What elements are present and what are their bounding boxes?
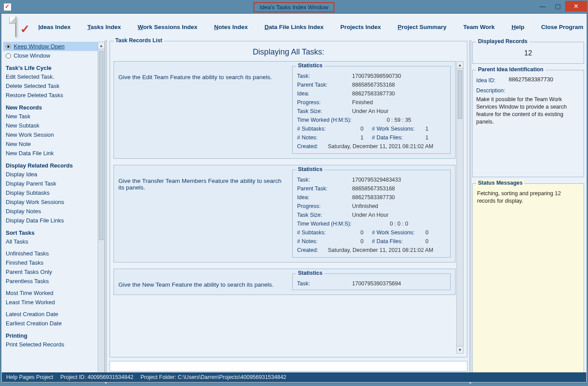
link-new-subtask[interactable]: New Subtask <box>3 121 105 130</box>
menu-data-file-links-index[interactable]: Data File Links Index <box>265 24 323 30</box>
menu-notes-index[interactable]: Notes Index <box>214 24 248 30</box>
close-button[interactable]: ✕ <box>565 1 587 11</box>
link-display-notes[interactable]: Display Notes <box>3 207 105 216</box>
task-description: Give the Transfer Team Members Feature t… <box>118 170 288 258</box>
menubar: Ideas Index Tasks Index Work Sessions In… <box>1 14 587 40</box>
link-delete-selected-task[interactable]: Delete Selected Task <box>3 81 105 91</box>
task-card[interactable]: Give the New Team Feature the ability to… <box>114 269 456 295</box>
link-display-idea[interactable]: Display Idea <box>3 170 105 179</box>
radio-label: Close Window <box>14 52 50 59</box>
stat-val-notes: 0 <box>352 238 372 244</box>
link-new-data-file-link[interactable]: New Data File Link <box>3 149 105 158</box>
stat-key-subtasks: # Subtasks: <box>297 126 352 132</box>
app-window: Idea's Tasks Index Window — ▢ ✕ Ideas In… <box>0 0 588 386</box>
menu-team-work[interactable]: Team Work <box>463 24 495 30</box>
link-new-work-session[interactable]: New Work Session <box>3 130 105 139</box>
link-least-time-worked[interactable]: Least Time Worked <box>3 298 105 307</box>
stat-key-data-files: # Data Files: <box>372 135 418 141</box>
stat-key-created: Created: <box>297 247 323 253</box>
stat-key-progress: Progress: <box>297 99 352 106</box>
section-display-related-title: Display Related Records <box>3 158 105 170</box>
statusbar: Help Pages Project Project ID: 400956931… <box>2 372 586 382</box>
link-finished-tasks[interactable]: Finished Tasks <box>3 258 105 267</box>
scroll-down-icon[interactable]: ▼ <box>457 346 463 353</box>
link-restore-deleted-tasks[interactable]: Restore Deleted Tasks <box>3 91 105 100</box>
stat-key-notes: # Notes: <box>297 135 352 141</box>
stat-val-notes: 1 <box>352 135 372 141</box>
link-earliest-creation-date[interactable]: Earliest Creation Date <box>3 319 105 328</box>
link-most-time-worked[interactable]: Most Time Worked <box>3 288 105 298</box>
link-new-task[interactable]: New Task <box>3 112 105 121</box>
titlebar: Idea's Tasks Index Window — ▢ ✕ <box>1 1 587 13</box>
menu-ideas-index[interactable]: Ideas Index <box>38 24 71 30</box>
task-statistics: Statistics Task:1700795329483433 Parent … <box>292 170 451 258</box>
link-parentless-tasks[interactable]: Parentless Tasks <box>3 277 105 286</box>
section-sort-tasks-title: Sort Tasks <box>3 225 105 237</box>
task-records-legend: Task Records List <box>114 37 164 44</box>
link-edit-selected-task[interactable]: Edit Selected Task. <box>3 72 105 81</box>
scroll-thumb[interactable] <box>458 70 462 119</box>
stat-key-progress: Progress: <box>297 203 352 209</box>
stat-val-created: Saturday, December 11, 2021 08:21:02 AM <box>323 247 434 253</box>
idea-desc-value: Make it possible for the Team Work Servi… <box>476 95 580 126</box>
stat-val-work-sessions: 1 <box>418 126 436 132</box>
link-display-data-file-links[interactable]: Display Data File Links <box>3 216 105 225</box>
stat-key-idea: Idea: <box>297 91 352 97</box>
link-new-note[interactable]: New Note <box>3 139 105 149</box>
search-input[interactable] <box>110 361 467 371</box>
parent-idea-box: Parent Idea Identification Idea ID: 8862… <box>472 70 584 177</box>
task-description: Give the New Team Feature the ability to… <box>118 273 288 290</box>
stat-val-data-files: 0 <box>418 238 436 244</box>
scroll-up-icon[interactable]: ▲ <box>98 42 104 49</box>
app-logo-icon <box>15 17 16 37</box>
displayed-records-legend: Displayed Records <box>476 38 529 44</box>
idea-id-label: Idea ID: <box>476 76 496 85</box>
link-display-parent-task[interactable]: Display Parent Task <box>3 179 105 188</box>
left-panel: Keep Window Open Close Window Task's Lif… <box>1 40 105 383</box>
stat-key-time-worked: Time Worked (H:M:S): <box>297 221 352 227</box>
maximize-button[interactable]: ▢ <box>550 1 565 11</box>
stat-key-notes: # Notes: <box>297 238 352 244</box>
menu-projects-index[interactable]: Projects Index <box>340 24 381 30</box>
task-card[interactable]: Give the Edit Team Feature the ability t… <box>114 61 456 159</box>
link-latest-creation-date[interactable]: Latest Creation Date <box>3 310 105 319</box>
radio-close-window[interactable]: Close Window <box>3 51 105 60</box>
link-all-tasks[interactable]: All Tasks <box>3 237 105 246</box>
menu-tasks-index[interactable]: Tasks Index <box>88 24 121 30</box>
link-print-selected-records[interactable]: Print Selected Records <box>3 340 105 349</box>
scroll-up-icon[interactable]: ▲ <box>457 62 463 69</box>
stat-val-subtasks: 0 <box>352 126 372 132</box>
stat-val-task-size: Under An Hour <box>352 108 389 114</box>
task-description: Give the Edit Team Feature the ability t… <box>118 66 288 154</box>
menu-items: Ideas Index Tasks Index Work Sessions In… <box>38 24 583 30</box>
menu-help[interactable]: Help <box>511 24 524 30</box>
stat-key-created: Created: <box>297 143 323 149</box>
stat-key-parent-task: Parent Task: <box>297 186 352 192</box>
menu-work-sessions-index[interactable]: Work Sessions Index <box>138 24 198 30</box>
link-unfinished-tasks[interactable]: Unfinished Tasks <box>3 249 105 258</box>
scroll-thumb[interactable] <box>99 51 103 240</box>
task-statistics: Statistics Task:1700795390375694 <box>292 273 451 290</box>
task-records-fieldset: Task Records List Displaying All Tasks: … <box>110 41 467 357</box>
task-statistics: Statistics Task:1700795398590730 Parent … <box>292 66 451 154</box>
stat-val-work-sessions: 0 <box>418 229 436 236</box>
link-display-subtasks[interactable]: Display Subtasks <box>3 188 105 197</box>
stat-key-task-size: Task Size: <box>297 212 352 218</box>
minimize-button[interactable]: — <box>535 1 550 11</box>
link-display-work-sessions[interactable]: Display Work Sessions <box>3 197 105 207</box>
stat-key-work-sessions: # Work Sessions: <box>372 126 418 132</box>
stat-key-parent-task: Parent Task: <box>297 82 352 88</box>
content-row: Keep Window Open Close Window Task's Lif… <box>1 40 587 383</box>
tasks-scrollbar[interactable]: ▲ ▼ <box>456 61 463 353</box>
window-controls: — ▢ ✕ <box>535 1 587 11</box>
link-parent-tasks-only[interactable]: Parent Tasks Only <box>3 267 105 277</box>
status-message: Fetching, sorting and preparing 12 recor… <box>476 188 580 207</box>
idea-id-value: 88627583387730 <box>509 76 553 85</box>
menu-close-program[interactable]: Close Program <box>541 24 583 30</box>
left-scrollbar[interactable]: ▲ ▼ <box>98 42 105 382</box>
status-help-project[interactable]: Help Pages Project <box>6 374 53 380</box>
task-card[interactable]: Give the Transfer Team Members Feature t… <box>114 165 456 262</box>
radio-keep-window-open[interactable]: Keep Window Open <box>3 42 105 51</box>
radio-icon <box>6 53 11 58</box>
menu-project-summary[interactable]: Project Summary <box>398 24 447 30</box>
